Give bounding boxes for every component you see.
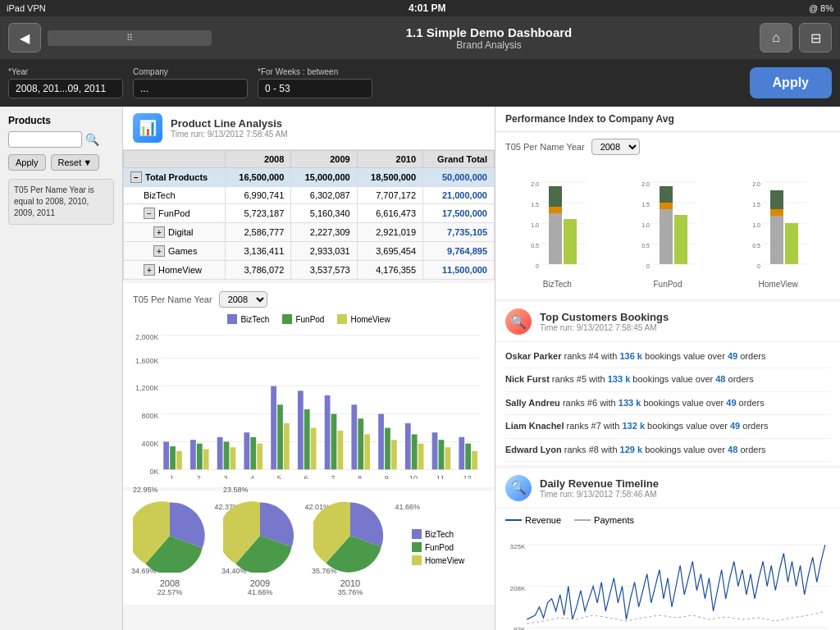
customer-orders: 49: [730, 421, 740, 431]
sidebar-reset-button[interactable]: Reset ▼: [51, 154, 100, 171]
svg-text:0: 0: [536, 263, 539, 269]
svg-text:0.5: 0.5: [641, 243, 650, 249]
title-section: 1.1 Simple Demo Dashboard Brand Analysis: [218, 25, 760, 51]
svg-text:3: 3: [223, 474, 227, 479]
cell-2009: 6,302,087: [291, 187, 357, 204]
toggle-icon[interactable]: −: [130, 171, 142, 183]
pie-chart-2010: [313, 499, 387, 573]
svg-rect-27: [298, 390, 304, 469]
customer-name: Sally Andreu: [505, 398, 560, 408]
perf-year-select[interactable]: 2008200920102011: [591, 139, 640, 155]
pie-legend-funpod: FunPod: [412, 542, 464, 552]
year-filter: *Year 2008, 201...09, 2011: [8, 67, 123, 98]
svg-text:1: 1: [170, 474, 174, 479]
performance-bars: 0 0.5 1.0 1.5 2.0: [495, 162, 840, 299]
svg-text:0: 0: [757, 263, 760, 269]
legend-color-homeview: [337, 314, 347, 324]
svg-rect-17: [203, 450, 209, 470]
svg-rect-85: [660, 207, 673, 264]
cell-grand-total: 50,000,000: [423, 168, 495, 187]
cell-grand-total: 11,500,000: [423, 261, 495, 280]
toggle-icon[interactable]: +: [144, 264, 155, 276]
svg-text:800K: 800K: [142, 412, 159, 420]
svg-text:92K: 92K: [514, 626, 526, 630]
sidebar-apply-button[interactable]: Apply: [8, 154, 46, 171]
customer-value: 129 k: [620, 445, 643, 454]
svg-rect-32: [337, 431, 343, 469]
row-label: −Total Products: [124, 168, 226, 187]
svg-rect-14: [176, 451, 182, 470]
toggle-icon[interactable]: +: [153, 226, 165, 238]
daily-revenue-section: 🔍 Daily Revenue Timeline Time run: 9/13/…: [495, 468, 840, 630]
customers-header: 🔍 Top Customers Bookings Time run: 9/13/…: [495, 302, 840, 342]
year-input[interactable]: 2008, 201...09, 2011: [8, 79, 123, 98]
legend-revenue: Revenue: [505, 515, 561, 525]
performance-section: Performance Index to Company Avg T05 Per…: [495, 107, 840, 299]
sidebar-title: Products: [8, 115, 114, 126]
row-label: +HomeView: [124, 261, 226, 280]
search-input[interactable]: [8, 131, 82, 148]
header-nav: ◀: [8, 23, 41, 52]
customer-rank: 6: [592, 398, 597, 408]
status-bar: iPad VPN 4:01 PM @ 8%: [0, 0, 840, 16]
customer-name: Liam Knachel: [505, 421, 564, 431]
reset-label: Reset: [58, 158, 82, 167]
pie-label-homeview: HomeView: [425, 556, 464, 565]
svg-text:1.5: 1.5: [752, 202, 760, 208]
col-header-2010: 2010: [357, 151, 422, 168]
legend-color-biztec: [227, 314, 237, 324]
table-row: −Total Products 16,500,000 15,000,000 18…: [124, 168, 495, 187]
chart-year-select[interactable]: 2008200920102011: [219, 291, 267, 308]
apply-button[interactable]: Apply: [750, 67, 832, 98]
page-subtitle: Brand Analysis: [218, 39, 760, 51]
weeks-filter: *For Weeks : between 0 - 53: [258, 67, 372, 98]
product-line-icon: 📊: [133, 113, 162, 143]
svg-rect-101: [770, 209, 783, 216]
cell-2010: 7,707,172: [357, 187, 422, 204]
svg-rect-102: [785, 223, 798, 264]
legend-biztec: BizTech: [227, 314, 269, 324]
weeks-input[interactable]: 0 - 53: [258, 79, 372, 98]
perf-bar-svg-homeview: 0 0.5 1.0 1.5 2.0: [746, 162, 811, 276]
customer-orders: 48: [728, 445, 737, 454]
cell-2010: 3,695,454: [357, 242, 422, 261]
cell-2008: 3,786,072: [226, 261, 291, 280]
svg-rect-38: [391, 440, 397, 469]
back-button[interactable]: ◀: [8, 23, 41, 52]
legend-line-revenue: [505, 519, 522, 521]
perf-bar-biztec: 0 0.5 1.0 1.5 2.0: [524, 162, 590, 289]
customer-orders: 49: [726, 398, 736, 408]
svg-text:8: 8: [358, 474, 362, 479]
svg-rect-71: [549, 211, 562, 264]
pie-label-34: 34.69%: [131, 567, 157, 575]
pie-label-41: 41.66%: [395, 503, 420, 511]
pie-year-2008: 2008: [160, 578, 180, 588]
toggle-icon[interactable]: −: [144, 208, 155, 219]
svg-rect-74: [564, 219, 577, 264]
svg-text:6: 6: [304, 474, 308, 479]
search-icon[interactable]: 🔍: [85, 133, 99, 146]
main-content: Products 🔍 Apply Reset ▼ T05 Per Name Ye…: [0, 107, 840, 630]
cell-2010: 4,176,355: [357, 261, 422, 280]
product-line-header: 📊 Product Line Analysis Time run: 9/13/2…: [123, 107, 495, 150]
filter-button[interactable]: ⊟: [799, 23, 832, 52]
customers-title: Top Customers Bookings: [540, 311, 669, 323]
home-button[interactable]: ⌂: [760, 23, 792, 52]
company-input[interactable]: ...: [133, 79, 248, 98]
cell-2010: 18,500,000: [357, 168, 422, 187]
svg-text:9: 9: [385, 474, 389, 479]
pie-legend-biztec: BizTech: [412, 529, 464, 539]
reset-dropdown-icon: ▼: [83, 158, 92, 167]
ipad-label: iPad VPN: [7, 3, 46, 13]
page-title: 1.1 Simple Demo Dashboard: [218, 25, 760, 39]
time-display: 4:01 PM: [409, 2, 445, 14]
legend-color-funpod: [282, 314, 292, 324]
svg-text:2.0: 2.0: [532, 181, 540, 187]
svg-rect-42: [432, 432, 438, 469]
perf-year-label: T05 Per Name Year: [505, 142, 585, 152]
svg-text:11: 11: [436, 474, 445, 479]
svg-rect-26: [284, 423, 290, 469]
toggle-icon[interactable]: +: [153, 245, 165, 257]
row-label: BizTech: [124, 187, 226, 204]
svg-text:0.5: 0.5: [532, 243, 540, 249]
